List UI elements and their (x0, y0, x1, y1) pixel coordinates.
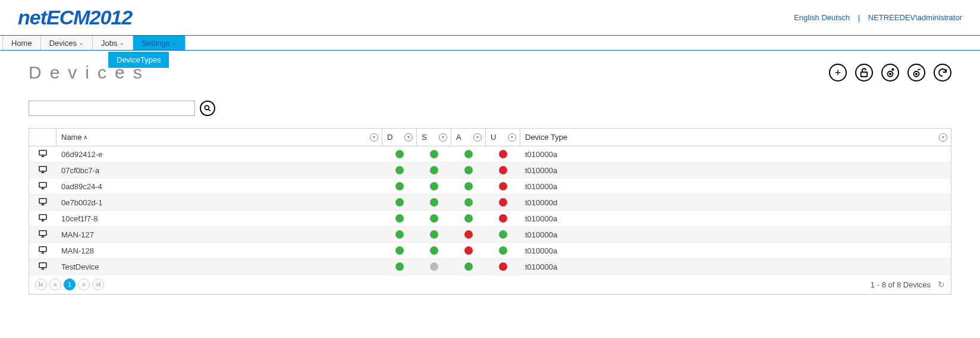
col-d-label: D (387, 133, 392, 142)
unlock-icon (859, 67, 869, 78)
status-dot-green (464, 182, 473, 190)
col-header-d[interactable]: D ▾ (382, 129, 417, 146)
filter-icon[interactable]: ▾ (508, 133, 516, 142)
pager-last-button[interactable]: >I (92, 278, 104, 290)
search-icon (203, 104, 212, 112)
pager-status-text: 1 - 8 of 8 Devices (871, 280, 931, 289)
top-right-links: English Deutsch | NETREEDEV\administrato… (794, 13, 962, 22)
devices-grid: Name ∧ ▾ D ▾ S ▾ A ▾ U ▾ Device Type (29, 128, 951, 295)
nav-devices-label: Devices (49, 39, 77, 48)
device-name-cell: 0e7b002d-1 (56, 198, 382, 207)
grid-refresh-button[interactable]: ↻ (938, 280, 945, 289)
svg-point-4 (916, 73, 917, 74)
lang-deutsch-link[interactable]: Deutsch (821, 13, 850, 22)
monitor-icon (37, 197, 48, 208)
status-dot-green (464, 214, 473, 223)
status-dot-green (395, 166, 404, 174)
disc-minus-icon (911, 67, 922, 78)
col-header-s[interactable]: S ▾ (417, 129, 451, 146)
add-button[interactable]: + (829, 64, 847, 82)
disc-plus-button[interactable] (881, 64, 899, 82)
device-name-cell: 06d92412-e (56, 150, 382, 159)
status-dot-green (395, 182, 404, 190)
col-header-name[interactable]: Name ∧ ▾ (56, 129, 382, 146)
page-content: Devices + (0, 51, 980, 306)
pager: I< < 1 > >I (35, 278, 104, 290)
svg-rect-13 (39, 262, 46, 267)
monitor-icon (37, 149, 48, 160)
search-button[interactable] (200, 101, 215, 116)
device-name-cell: 0ad89c24-4 (56, 182, 382, 191)
nav-home[interactable]: Home (2, 36, 41, 50)
device-type-cell: t010000a (520, 262, 951, 271)
status-d-cell (382, 230, 417, 239)
device-type-cell: t010000a (520, 230, 951, 239)
status-u-cell (486, 150, 520, 158)
settings-dropdown-devicetypes[interactable]: DeviceTypes (108, 51, 169, 68)
nav-settings[interactable]: Settings ⌄ (133, 36, 186, 50)
pager-next-button[interactable]: > (78, 278, 90, 290)
table-row[interactable]: TestDevicet010000a (29, 259, 951, 275)
device-type-cell: t010000a (520, 214, 951, 223)
status-dot-green (464, 150, 473, 158)
status-d-cell (382, 262, 417, 271)
col-header-type[interactable]: Device Type ▾ (520, 129, 951, 146)
table-row[interactable]: MAN-128t010000a (29, 243, 951, 259)
pager-page-1-button[interactable]: 1 (64, 278, 76, 290)
filter-icon[interactable]: ▾ (473, 133, 482, 142)
status-dot-green (395, 150, 404, 158)
table-row[interactable]: 07cf0bc7-at010000a (29, 162, 951, 179)
status-dot-green (430, 166, 438, 174)
refresh-icon (937, 67, 948, 78)
table-row[interactable]: MAN-127t010000a (29, 227, 951, 243)
status-dot-red (499, 166, 507, 174)
search-input[interactable] (29, 101, 195, 116)
nav-jobs[interactable]: Jobs ⌄ (93, 36, 133, 50)
plus-icon: + (835, 67, 840, 78)
status-u-cell (486, 166, 520, 174)
filter-icon[interactable]: ▾ (404, 133, 413, 142)
col-header-u[interactable]: U ▾ (486, 129, 520, 146)
col-a-label: A (456, 133, 461, 142)
col-header-a[interactable]: A ▾ (451, 129, 486, 146)
status-dot-green (464, 198, 473, 206)
status-a-cell (451, 214, 486, 223)
monitor-icon (37, 213, 48, 224)
col-header-icon[interactable] (29, 129, 56, 146)
device-type-cell: t010000a (520, 246, 951, 255)
status-a-cell (451, 246, 486, 255)
status-d-cell (382, 198, 417, 206)
pager-first-button[interactable]: I< (35, 278, 47, 290)
status-s-cell (417, 262, 451, 271)
nav-settings-label: Settings (142, 39, 169, 48)
filter-icon[interactable]: ▾ (370, 133, 378, 142)
user-link[interactable]: NETREEDEV\administrator (868, 13, 962, 22)
device-name-cell: MAN-127 (56, 230, 382, 239)
unlock-button[interactable] (855, 64, 873, 82)
device-type-cell: t010000a (520, 166, 951, 175)
refresh-button[interactable] (934, 64, 951, 82)
monitor-icon (37, 261, 48, 273)
pager-prev-button[interactable]: < (49, 278, 61, 290)
table-row[interactable]: 0e7b002d-1t010000d (29, 195, 951, 211)
table-row[interactable]: 10cef1f7-8t010000a (29, 211, 951, 227)
status-s-cell (417, 150, 451, 158)
status-u-cell (486, 182, 520, 190)
filter-icon[interactable]: ▾ (939, 133, 947, 142)
device-icon-cell (29, 213, 56, 224)
status-s-cell (417, 198, 451, 206)
device-icon-cell (29, 197, 56, 208)
table-row[interactable]: 0ad89c24-4t010000a (29, 179, 951, 195)
status-dot-green (464, 262, 473, 271)
monitor-icon (37, 229, 48, 240)
status-dot-green (430, 150, 438, 158)
disc-minus-button[interactable] (907, 64, 925, 82)
status-dot-green (395, 230, 404, 239)
status-dot-green (395, 246, 404, 255)
nav-devices[interactable]: Devices ⌄ (41, 36, 93, 50)
table-row[interactable]: 06d92412-et010000a (29, 146, 951, 162)
lang-english-link[interactable]: English (794, 13, 819, 22)
svg-rect-9 (39, 198, 46, 203)
filter-icon[interactable]: ▾ (439, 133, 447, 142)
action-toolbar: + (829, 64, 951, 82)
